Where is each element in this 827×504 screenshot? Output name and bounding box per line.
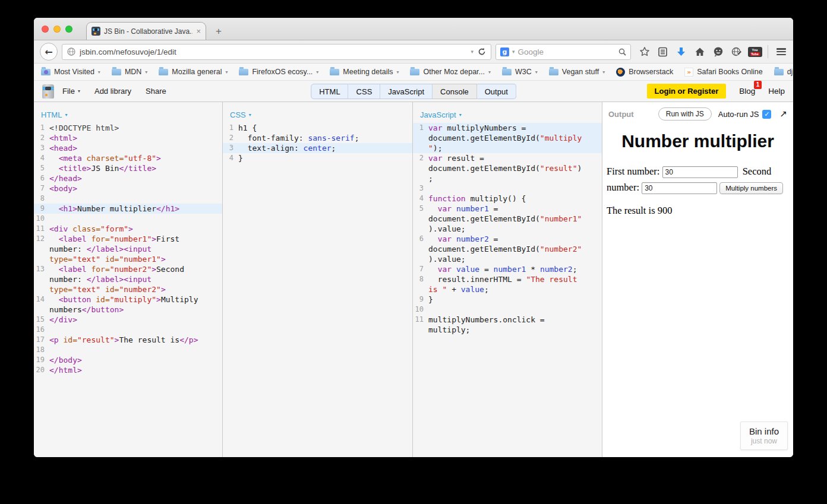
blog-link[interactable]: Blog 1 xyxy=(739,87,755,96)
browser-tab[interactable]: JS Bin - Collaborative Java... × xyxy=(86,22,206,40)
bookmark-most-visited[interactable]: Most Visited▾ xyxy=(41,68,100,76)
code-line[interactable]: 1h1 { xyxy=(223,123,412,133)
code-line[interactable]: 11<div class="form"> xyxy=(34,224,222,234)
javascript-panel-header[interactable]: JavaScript ▾ xyxy=(413,102,602,121)
bookmark-other-moz-depar[interactable]: Other Moz depar...▾ xyxy=(410,68,491,76)
html-code-editor[interactable]: 1<!DOCTYPE html>2<html>3<head>4 <meta ch… xyxy=(34,121,222,375)
back-button[interactable]: ← xyxy=(40,43,58,61)
menu-hamburger-icon[interactable] xyxy=(773,44,789,60)
tab-javascript[interactable]: JavaScript xyxy=(380,84,433,99)
code-line[interactable]: 15</div> xyxy=(34,315,222,325)
code-line[interactable]: document.getElementById("number2" xyxy=(413,244,602,254)
second-number-input[interactable] xyxy=(642,182,717,194)
first-number-input[interactable] xyxy=(662,166,738,178)
code-line[interactable]: 11multiplyNumbers.onclick = xyxy=(413,315,602,325)
code-line[interactable]: multiply; xyxy=(413,325,602,335)
code-line[interactable]: 16 xyxy=(34,325,222,335)
code-line[interactable]: 3 text-align: center; xyxy=(223,143,412,153)
css-code-editor[interactable]: 1h1 {2 font-family: sans-serif;3 text-al… xyxy=(223,121,412,163)
code-line[interactable]: 5 var number1 = xyxy=(413,204,602,214)
code-line[interactable]: document.getElementById("multiply xyxy=(413,133,602,143)
code-line[interactable]: 12 <label for="number1">First xyxy=(34,234,222,244)
code-line[interactable]: 14 <button id="multiply">Multiply xyxy=(34,294,222,305)
chat-smiley-icon[interactable] xyxy=(710,44,726,60)
code-line[interactable]: 1<!DOCTYPE html> xyxy=(34,123,222,133)
bookmark-star-icon[interactable] xyxy=(636,44,652,60)
bookmark-mozilla-general[interactable]: Mozilla general▾ xyxy=(159,68,228,76)
code-line[interactable]: 5 <title>JS Bin</title> xyxy=(34,163,222,173)
bookmark-safari-books-online[interactable]: »Safari Books Online xyxy=(684,68,762,77)
code-line[interactable]: 7 var value = number1 * number2; xyxy=(413,264,602,274)
code-line[interactable]: 6 var number2 = xyxy=(413,234,602,244)
login-register-button[interactable]: Login or Register xyxy=(647,84,727,99)
search-engine-dropdown-icon[interactable]: ▾ xyxy=(512,49,515,55)
code-line[interactable]: 10 xyxy=(413,305,602,315)
code-line[interactable]: 6</head> xyxy=(34,173,222,183)
code-line[interactable]: 7<body> xyxy=(34,183,222,194)
code-line[interactable]: 1var multiplyNumbers = xyxy=(413,123,602,133)
javascript-code-editor[interactable]: 1var multiplyNumbers =document.getElemen… xyxy=(413,121,602,335)
code-line[interactable]: 3<head> xyxy=(34,143,222,153)
search-icon[interactable] xyxy=(618,48,626,56)
code-line[interactable]: type="text" id="number2"> xyxy=(34,284,222,294)
bookmark-meeting-details[interactable]: Meeting details▾ xyxy=(330,68,399,76)
run-with-js-button[interactable]: Run with JS xyxy=(658,107,712,121)
code-line[interactable]: 8 xyxy=(34,194,222,204)
bookmark-firefoxos-ecosy[interactable]: FirefoxOS ecosy...▾ xyxy=(239,68,318,76)
menu-file[interactable]: File▾ xyxy=(62,87,80,96)
autorun-checkbox[interactable]: ✓ xyxy=(762,110,771,119)
code-line[interactable]: ; xyxy=(413,173,602,183)
code-line[interactable]: 9} xyxy=(413,294,602,305)
bookmark-mdn[interactable]: MDN▾ xyxy=(112,68,147,76)
search-bar[interactable]: g ▾ Google xyxy=(495,44,631,60)
tab-css[interactable]: CSS xyxy=(349,84,381,99)
code-line[interactable]: 2var result = xyxy=(413,153,602,163)
url-dropdown-icon[interactable]: ▾ xyxy=(471,49,474,55)
minimize-window-button[interactable] xyxy=(53,26,61,33)
menu-share[interactable]: Share xyxy=(146,87,166,96)
code-line[interactable]: 4} xyxy=(223,153,412,163)
code-line[interactable]: 18 xyxy=(34,345,222,355)
bookmark-browserstack[interactable]: Browserstack xyxy=(616,68,673,77)
code-line[interactable]: number: </label><input xyxy=(34,244,222,254)
bookmark-vegan-stuff[interactable]: Vegan stuff▾ xyxy=(549,68,605,76)
bin-info-box[interactable]: Bin info just now xyxy=(740,421,788,450)
code-line[interactable]: 19</body> xyxy=(34,355,222,365)
tab-html[interactable]: HTML xyxy=(311,84,348,99)
code-line[interactable]: numbers</button> xyxy=(34,305,222,315)
url-bar[interactable]: ▾ xyxy=(62,44,491,60)
bookmarks-menu-icon[interactable] xyxy=(655,44,671,60)
code-line[interactable]: document.getElementById("result") xyxy=(413,163,602,173)
new-tab-button[interactable]: + xyxy=(212,26,225,37)
code-line[interactable]: type="text" id="number1"> xyxy=(34,254,222,264)
globe-pencil-icon[interactable] xyxy=(728,44,744,60)
code-line[interactable]: 13 <label for="number2">Second xyxy=(34,264,222,274)
bookmark-django-stuff[interactable]: django-stuff▾ xyxy=(774,68,793,76)
multiply-numbers-button[interactable]: Multiply numbers xyxy=(719,182,783,194)
code-line[interactable]: 8 result.innerHTML = "The result xyxy=(413,274,602,284)
tab-console[interactable]: Console xyxy=(433,84,477,99)
zoom-window-button[interactable] xyxy=(65,26,72,33)
tab-output[interactable]: Output xyxy=(477,84,516,99)
code-line[interactable]: 9 <h1>Number multiplier</h1> xyxy=(34,204,222,214)
code-line[interactable]: document.getElementById("number1" xyxy=(413,214,602,224)
bookmark-w3c[interactable]: W3C▾ xyxy=(502,68,538,76)
search-input[interactable]: Google xyxy=(518,47,615,56)
code-line[interactable]: number: </label><input xyxy=(34,274,222,284)
code-line[interactable]: 4function multiply() { xyxy=(413,194,602,204)
popout-arrow-icon[interactable]: ↗ xyxy=(779,109,787,119)
autorun-toggle[interactable]: Auto-run JS ✓ xyxy=(718,110,772,119)
code-line[interactable]: "); xyxy=(413,143,602,153)
code-line[interactable]: 10 xyxy=(34,214,222,224)
menu-add-library[interactable]: Add library xyxy=(94,87,131,96)
url-input[interactable] xyxy=(80,47,466,56)
youtube-icon[interactable]: YouTube xyxy=(747,44,763,60)
code-line[interactable]: 20</html> xyxy=(34,365,222,375)
code-line[interactable]: 2 font-family: sans-serif; xyxy=(223,133,412,143)
close-window-button[interactable] xyxy=(42,26,49,33)
code-line[interactable]: 17<p id="result">The result is</p> xyxy=(34,335,222,345)
downloads-icon[interactable] xyxy=(673,44,689,60)
code-line[interactable]: ).value; xyxy=(413,224,602,234)
html-panel-header[interactable]: HTML ▾ xyxy=(34,102,222,121)
tab-close-icon[interactable]: × xyxy=(196,27,201,35)
